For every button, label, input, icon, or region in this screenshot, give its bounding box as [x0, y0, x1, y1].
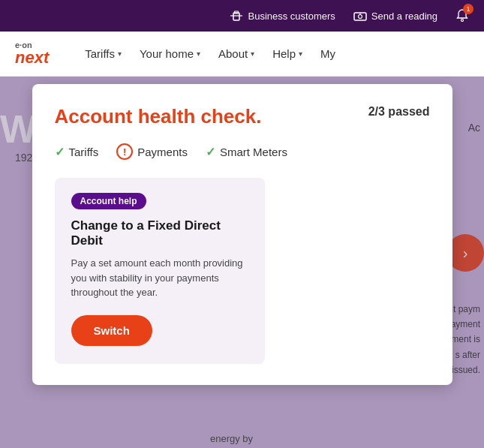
nav-my[interactable]: My: [314, 47, 341, 60]
business-customers-link[interactable]: Business customers: [230, 9, 335, 23]
main-background: We 192 G Ac › t paympaymentment iss afte…: [0, 77, 484, 448]
account-help-card: Account help Change to a Fixed Direct De…: [55, 178, 265, 364]
check-ok-icon: ✓: [55, 145, 65, 159]
check-smart-meters: ✓ Smart Meters: [206, 143, 287, 160]
your-home-chevron-icon: ▾: [197, 50, 200, 58]
tariffs-label: Tariffs: [85, 47, 115, 60]
about-chevron-icon: ▾: [251, 50, 254, 58]
notification-count: 1: [463, 4, 473, 14]
tariffs-chevron-icon: ▾: [118, 50, 122, 58]
nav-help[interactable]: Help ▾: [266, 47, 308, 60]
smart-meters-check-label: Smart Meters: [220, 146, 287, 158]
send-reading-link[interactable]: Send a reading: [353, 9, 437, 23]
card-badge: Account help: [71, 193, 146, 209]
nav-tariffs[interactable]: Tariffs ▾: [79, 47, 128, 60]
modal-header: Account health check. 2/3 passed: [55, 105, 430, 128]
card-title: Change to a Fixed Direct Debit: [71, 218, 248, 248]
modal-title: Account health check.: [55, 105, 262, 128]
check-payments: ! Payments: [116, 143, 188, 160]
check-items: ✓ Tariffs ! Payments ✓ Smart Meters: [55, 143, 430, 160]
nav-items: Tariffs ▾ Your home ▾ About ▾ Help ▾ My: [79, 47, 469, 60]
send-reading-label: Send a reading: [371, 11, 437, 22]
svg-point-4: [358, 15, 362, 19]
nav-bar: e·on next Tariffs ▾ Your home ▾ About ▾ …: [0, 32, 484, 77]
switch-button[interactable]: Switch: [71, 315, 152, 346]
nav-your-home[interactable]: Your home ▾: [134, 47, 206, 60]
check-smart-ok-icon: ✓: [206, 145, 215, 159]
briefcase-icon: [230, 9, 243, 23]
passed-count: 2/3 passed: [368, 105, 430, 119]
meter-icon: [353, 9, 367, 23]
notifications-icon[interactable]: 1: [455, 8, 469, 24]
top-bar: Business customers Send a reading 1: [0, 0, 484, 32]
about-label: About: [218, 47, 248, 60]
logo[interactable]: e·on next: [15, 41, 49, 66]
nav-about[interactable]: About ▾: [212, 47, 260, 60]
my-label: My: [320, 47, 335, 60]
business-customers-label: Business customers: [248, 11, 335, 22]
payments-check-label: Payments: [137, 146, 188, 158]
health-check-modal: Account health check. 2/3 passed ✓ Tarif…: [32, 84, 452, 385]
bottom-energy-text: energy by: [210, 433, 253, 444]
help-chevron-icon: ▾: [299, 50, 302, 58]
svg-point-6: [461, 19, 464, 21]
help-label: Help: [272, 47, 296, 60]
tariffs-check-label: Tariffs: [69, 146, 99, 158]
modal-overlay: Account health check. 2/3 passed ✓ Tarif…: [0, 77, 484, 448]
card-description: Pay a set amount each month providing yo…: [71, 256, 248, 300]
check-warn-icon: !: [116, 143, 133, 160]
your-home-label: Your home: [140, 47, 194, 60]
check-tariffs: ✓ Tariffs: [55, 143, 99, 160]
logo-next-text: next: [15, 50, 49, 66]
